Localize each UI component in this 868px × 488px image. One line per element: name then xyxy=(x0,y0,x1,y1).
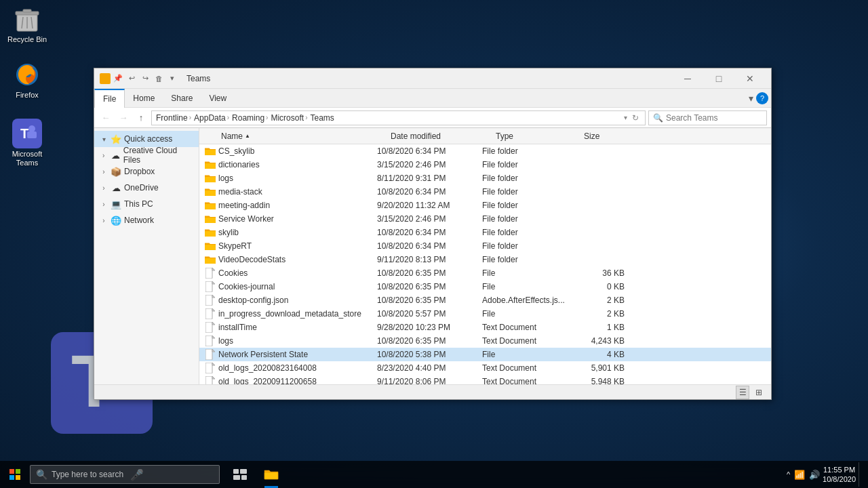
search-input[interactable] xyxy=(666,113,762,123)
window-title: Teams xyxy=(186,74,210,83)
address-path[interactable]: Frontline › AppData › Roaming › Microsof… xyxy=(151,110,646,125)
large-icons-view-button[interactable]: ⊞ xyxy=(752,386,766,399)
svg-rect-29 xyxy=(205,295,212,306)
sidebar-item-dropbox[interactable]: › 📦 Dropbox xyxy=(94,163,199,180)
table-row[interactable]: in_progress_download_metadata_store 10/8… xyxy=(199,307,771,321)
help-button[interactable]: ? xyxy=(756,92,768,104)
recycle-bin-icon[interactable]: Recycle Bin xyxy=(5,5,49,44)
file-date: 10/8/2020 6:34 PM xyxy=(377,187,482,197)
table-row[interactable]: installTime 9/28/2020 10:23 PM Text Docu… xyxy=(199,321,771,334)
table-row[interactable]: Cookies 10/8/2020 6:35 PM File 36 KB xyxy=(199,266,771,280)
table-row[interactable]: CS_skylib 10/8/2020 6:34 PM File folder xyxy=(199,144,771,158)
col-header-type[interactable]: Type xyxy=(493,128,581,144)
file-type: Text Document xyxy=(482,377,570,384)
path-dropdown[interactable]: ▾ xyxy=(624,114,627,121)
task-view-button[interactable] xyxy=(225,461,255,488)
search-box[interactable]: 🔍 xyxy=(648,110,767,125)
table-row[interactable]: logs 10/8/2020 6:35 PM Text Document 4,2… xyxy=(199,334,771,348)
close-button[interactable]: ✕ xyxy=(734,68,766,89)
taskbar-right: ^ 📶 🔊 11:55 PM 10/8/2020 xyxy=(781,462,868,487)
col-header-size[interactable]: Size xyxy=(581,128,635,144)
taskbar-file-explorer[interactable] xyxy=(256,461,286,488)
file-name: in_progress_download_metadata_store xyxy=(218,309,377,319)
minimize-button[interactable]: ─ xyxy=(672,68,703,89)
sidebar-item-onedrive[interactable]: › ☁ OneDrive xyxy=(94,180,199,196)
table-row[interactable]: desktop-config.json 10/8/2020 6:35 PM Ad… xyxy=(199,293,771,307)
sidebar-item-quick-access[interactable]: ▾ ⭐ Quick access xyxy=(94,131,199,147)
path-appdata[interactable]: AppData › xyxy=(194,113,229,123)
sidebar-item-this-pc[interactable]: › 💻 This PC xyxy=(94,196,199,212)
svg-marker-30 xyxy=(212,295,215,298)
file-date: 10/8/2020 6:35 PM xyxy=(377,336,482,346)
tab-file[interactable]: File xyxy=(94,89,125,108)
taskbar-search-icon: 🔍 xyxy=(36,469,47,480)
svg-rect-9 xyxy=(27,131,37,138)
taskbar-search[interactable]: 🔍 Type here to search 🎤 xyxy=(30,465,220,484)
file-name: skylib xyxy=(218,228,377,237)
maximize-button[interactable]: □ xyxy=(703,68,734,89)
taskbar-clock[interactable]: 11:55 PM 10/8/2020 xyxy=(823,465,856,485)
path-teams[interactable]: Teams xyxy=(310,113,334,123)
table-row[interactable]: Network Persistent State 10/8/2020 5:38 … xyxy=(199,348,771,361)
table-row[interactable]: Cookies-journal 10/8/2020 6:35 PM File 0… xyxy=(199,280,771,293)
qat-undo-btn[interactable]: ↩ xyxy=(125,73,138,85)
microphone-icon[interactable]: 🎤 xyxy=(130,468,144,481)
file-type: File xyxy=(482,268,570,278)
file-icon xyxy=(205,349,216,360)
table-row[interactable]: media-stack 10/8/2020 6:34 PM File folde… xyxy=(199,185,771,199)
chevron-icon[interactable]: ^ xyxy=(787,470,790,479)
table-row[interactable]: VideoDecodeStats 9/11/2020 8:13 PM File … xyxy=(199,253,771,266)
svg-rect-19 xyxy=(205,218,216,223)
folder-icon xyxy=(205,241,216,251)
table-row[interactable]: old_logs_20200823164008 8/23/2020 4:40 P… xyxy=(199,361,771,375)
svg-rect-17 xyxy=(205,190,216,196)
dropbox-icon: 📦 xyxy=(111,166,121,177)
folder-icon xyxy=(205,173,216,184)
path-microsoft[interactable]: Microsoft › xyxy=(271,113,307,123)
file-type: File folder xyxy=(482,174,570,183)
table-row[interactable]: Service Worker 3/15/2020 2:46 PM File fo… xyxy=(199,212,771,226)
ribbon: File Home Share View ▾ ? xyxy=(94,89,771,108)
qat-dropdown-btn[interactable]: ▾ xyxy=(166,73,178,85)
tab-home[interactable]: Home xyxy=(125,89,163,107)
col-header-name[interactable]: Name ▲ xyxy=(218,128,388,144)
file-rows-container: CS_skylib 10/8/2020 6:34 PM File folder … xyxy=(199,144,771,384)
tab-view[interactable]: View xyxy=(201,89,235,107)
volume-icon[interactable]: 🔊 xyxy=(809,470,820,480)
qat-pin-btn[interactable]: 📌 xyxy=(112,73,124,85)
path-roaming[interactable]: Roaming › xyxy=(232,113,268,123)
file-size: 2 KB xyxy=(570,296,625,305)
file-date: 3/15/2020 2:46 PM xyxy=(377,160,482,169)
qat-redo-btn[interactable]: ↪ xyxy=(139,73,151,85)
table-row[interactable]: SkypeRT 10/8/2020 6:34 PM File folder xyxy=(199,239,771,253)
table-row[interactable]: skylib 10/8/2020 6:34 PM File folder xyxy=(199,226,771,239)
table-row[interactable]: old_logs_20200911200658 9/11/2020 8:06 P… xyxy=(199,375,771,384)
show-desktop-button[interactable] xyxy=(859,462,863,487)
table-row[interactable]: dictionaries 3/15/2020 2:46 PM File fold… xyxy=(199,158,771,171)
file-date: 8/23/2020 4:40 PM xyxy=(377,363,482,373)
ribbon-expand-btn[interactable]: ▾ xyxy=(749,93,753,104)
path-frontline[interactable]: Frontline › xyxy=(156,113,191,123)
table-row[interactable]: meeting-addin 9/20/2020 11:32 AM File fo… xyxy=(199,199,771,212)
sidebar-item-network[interactable]: › 🌐 Network xyxy=(94,212,199,228)
refresh-button[interactable]: ↻ xyxy=(630,113,641,123)
col-header-date[interactable]: Date modified xyxy=(388,128,493,144)
file-name: desktop-config.json xyxy=(218,296,377,305)
back-button[interactable]: ← xyxy=(98,110,113,125)
svg-rect-60 xyxy=(233,469,239,474)
start-button[interactable] xyxy=(0,461,30,488)
file-icon xyxy=(205,295,216,306)
details-view-button[interactable]: ☰ xyxy=(736,386,749,399)
forward-button[interactable]: → xyxy=(116,110,131,125)
sidebar-item-creative-cloud[interactable]: › ☁ Creative Cloud Files xyxy=(94,147,199,163)
up-button[interactable]: ↑ xyxy=(134,110,149,125)
tab-share[interactable]: Share xyxy=(163,89,201,107)
network-status-icon[interactable]: 📶 xyxy=(794,470,805,480)
file-name: CS_skylib xyxy=(218,146,377,156)
table-row[interactable]: logs 8/11/2020 9:31 PM File folder xyxy=(199,171,771,185)
firefox-icon[interactable]: Firefox xyxy=(8,61,46,99)
folder-icon xyxy=(205,227,216,238)
file-type: File folder xyxy=(482,228,570,237)
teams-desktop-icon[interactable]: T MicrosoftTeams xyxy=(5,119,49,167)
qat-delete-btn[interactable]: 🗑 xyxy=(153,73,165,85)
